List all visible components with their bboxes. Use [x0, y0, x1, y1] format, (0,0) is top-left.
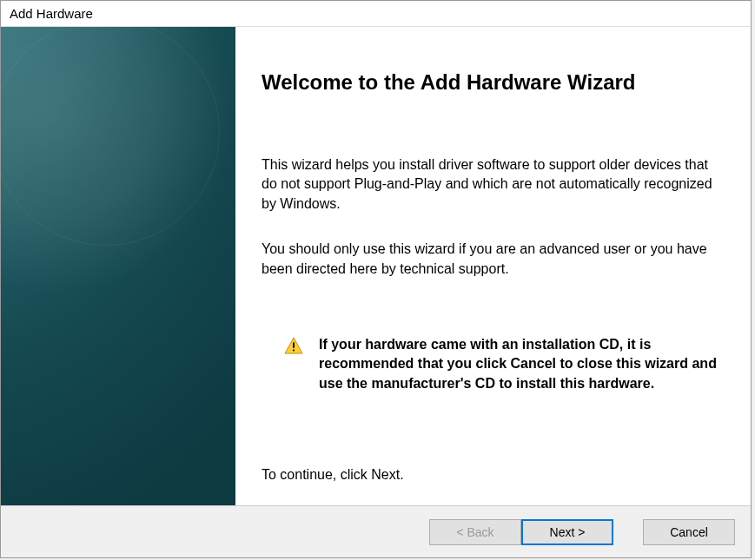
warning-text: If your hardware came with an installati…	[319, 335, 718, 393]
window-title: Add Hardware	[10, 6, 93, 21]
svg-rect-0	[293, 342, 295, 347]
wizard-heading: Welcome to the Add Hardware Wizard	[262, 70, 725, 95]
cancel-button[interactable]: Cancel	[643, 519, 735, 545]
wizard-sidebar-graphic	[1, 27, 235, 505]
titlebar: Add Hardware	[1, 1, 751, 27]
wizard-description-1: This wizard helps you install driver sof…	[262, 155, 725, 214]
back-button: < Back	[429, 519, 521, 545]
svg-rect-1	[293, 349, 295, 351]
wizard-description-2: You should only use this wizard if you a…	[262, 240, 725, 279]
wizard-content: Welcome to the Add Hardware Wizard This …	[235, 27, 751, 505]
continue-instruction: To continue, click Next.	[262, 467, 725, 483]
warning-block: If your hardware came with an installati…	[262, 335, 725, 393]
next-button[interactable]: Next >	[521, 519, 613, 545]
wizard-body: Welcome to the Add Hardware Wizard This …	[1, 27, 751, 505]
nav-button-group: < Back Next >	[429, 519, 613, 545]
button-bar: < Back Next > Cancel	[1, 505, 751, 557]
add-hardware-wizard-window: Add Hardware Welcome to the Add Hardware…	[0, 0, 752, 558]
warning-icon	[284, 337, 303, 354]
